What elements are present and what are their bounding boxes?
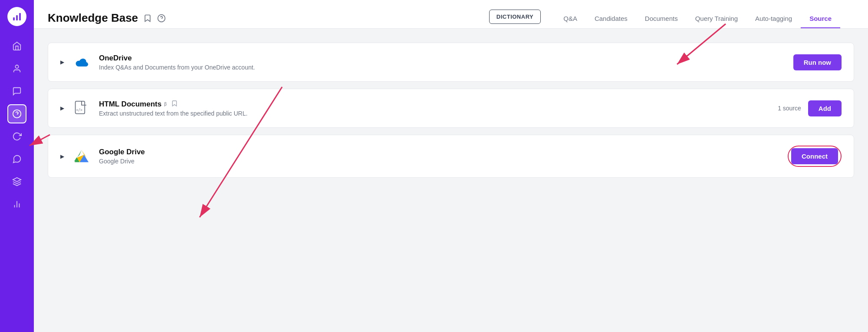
sidebar-item-home[interactable] <box>7 37 26 56</box>
chat-icon <box>12 86 22 96</box>
app-logo[interactable] <box>7 7 26 26</box>
tab-candidates[interactable]: Candidates <box>586 10 636 28</box>
tab-qa[interactable]: Q&A <box>555 10 586 28</box>
person-icon <box>12 64 22 73</box>
gdrive-info: Google Drive Google Drive <box>99 148 779 165</box>
svg-marker-6 <box>13 178 21 182</box>
sidebar-item-users[interactable] <box>7 59 26 78</box>
page-title: Knowledge Base <box>48 11 138 25</box>
run-now-button[interactable]: Run now <box>793 54 842 70</box>
google-drive-card: ▶ <box>48 135 854 178</box>
onedrive-cloud-icon <box>73 55 90 69</box>
onedrive-expand-chevron[interactable]: ▶ <box>60 59 64 65</box>
onedrive-title: OneDrive <box>99 54 785 63</box>
tab-query-training[interactable]: Query Training <box>687 10 746 28</box>
sidebar-item-layers[interactable] <box>7 172 26 191</box>
home-icon <box>12 41 22 51</box>
refresh-icon <box>12 132 22 141</box>
sidebar-item-chat[interactable] <box>7 82 26 101</box>
message-icon <box>12 154 22 164</box>
google-drive-icon <box>73 148 90 165</box>
dictionary-button[interactable]: DICTIONARY <box>489 10 541 24</box>
svg-rect-1 <box>16 15 18 20</box>
onedrive-icon <box>73 53 90 71</box>
gdrive-title: Google Drive <box>99 148 779 156</box>
svg-text:</>: </> <box>76 108 82 112</box>
sidebar <box>0 0 34 332</box>
tab-auto-tagging[interactable]: Auto-tagging <box>746 10 801 28</box>
html-title: HTML Documentsβ <box>99 100 769 109</box>
help-icon[interactable] <box>157 14 166 23</box>
gdrive-expand-chevron[interactable]: ▶ <box>60 153 64 159</box>
gdrive-desc: Google Drive <box>99 158 779 165</box>
onedrive-card: ▶ OneDrive Index Q&As and Documents from… <box>48 43 854 82</box>
header-row: Knowledge Base DICTIONARY <box>48 11 541 25</box>
knowledge-icon <box>12 109 22 119</box>
connect-highlight: Connect <box>788 146 842 167</box>
bar-chart-icon <box>12 199 22 209</box>
html-desc: Extract unstructured text from the speci… <box>99 110 769 117</box>
layers-icon <box>12 177 22 186</box>
onedrive-actions: Run now <box>793 54 842 70</box>
sidebar-item-reports[interactable] <box>7 195 26 214</box>
content-area: ▶ OneDrive Index Q&As and Documents from… <box>34 29 868 332</box>
add-button[interactable]: Add <box>808 100 842 116</box>
main-content: Knowledge Base DICTIONARY <box>34 0 868 332</box>
header: Knowledge Base DICTIONARY <box>34 0 868 29</box>
html-bookmark-icon[interactable] <box>171 100 178 108</box>
sidebar-item-analytics[interactable] <box>7 127 26 146</box>
connect-button[interactable]: Connect <box>791 148 838 164</box>
html-document-icon: </> <box>74 100 89 116</box>
sidebar-item-knowledge[interactable] <box>7 104 26 123</box>
svg-rect-0 <box>13 17 15 20</box>
sidebar-item-messages[interactable] <box>7 149 26 169</box>
html-icon: </> <box>73 100 90 117</box>
gdrive-logo-icon <box>73 149 90 164</box>
logo-icon <box>12 11 22 22</box>
tab-source[interactable]: Source <box>801 10 840 28</box>
html-expand-chevron[interactable]: ▶ <box>60 105 64 111</box>
tab-documents[interactable]: Documents <box>636 10 687 28</box>
html-actions: 1 source Add <box>778 100 842 116</box>
html-source-count: 1 source <box>778 105 801 112</box>
tabs-bar: Q&A Candidates Documents Query Training … <box>541 10 854 28</box>
onedrive-desc: Index Q&As and Documents from your OneDr… <box>99 64 785 71</box>
svg-rect-2 <box>19 13 21 20</box>
html-documents-card: ▶ </> HTML Documentsβ <box>48 89 854 128</box>
header-left: Knowledge Base <box>48 11 166 25</box>
svg-point-3 <box>15 65 18 68</box>
html-info: HTML Documentsβ Extract unstructured tex… <box>99 100 769 117</box>
gdrive-actions: Connect <box>788 146 842 167</box>
onedrive-info: OneDrive Index Q&As and Documents from y… <box>99 54 785 71</box>
bookmark-icon[interactable] <box>143 14 152 23</box>
